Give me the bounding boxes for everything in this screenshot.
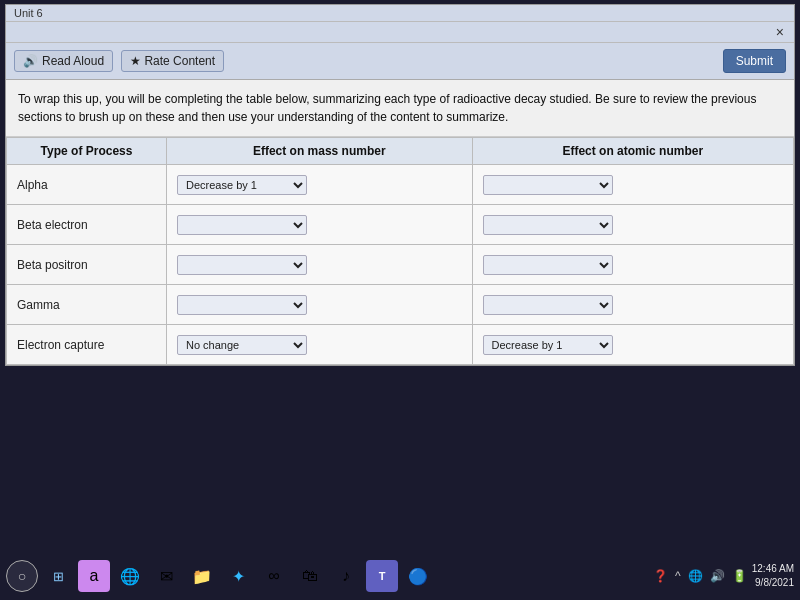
window-title: Unit 6: [14, 7, 43, 19]
system-tray: ❓ ^ 🌐 🔊 🔋 12:46 AM 9/8/2021: [651, 562, 794, 590]
process-cell: Electron capture: [7, 325, 167, 365]
process-cell: Beta electron: [7, 205, 167, 245]
taskview-icon[interactable]: ⊞: [42, 560, 74, 592]
mass-cell[interactable]: No changeDecrease by 1Decrease by 2Decre…: [167, 245, 473, 285]
table-row: GammaNo changeDecrease by 1Decrease by 2…: [7, 285, 794, 325]
instructions-text: To wrap this up, you will be completing …: [6, 80, 794, 137]
browser-icon[interactable]: a: [78, 560, 110, 592]
network-icon: 🌐: [686, 569, 705, 583]
table-row: Beta positronNo changeDecrease by 1Decre…: [7, 245, 794, 285]
col2-header: Effect on mass number: [167, 138, 473, 165]
atomic-cell[interactable]: No changeDecrease by 1Decrease by 2Decre…: [472, 205, 793, 245]
search-taskbar-icon[interactable]: ○: [6, 560, 38, 592]
atomic-dropdown[interactable]: No changeDecrease by 1Decrease by 2Decre…: [483, 255, 613, 275]
edge-icon[interactable]: 🌐: [114, 560, 146, 592]
title-bar: Unit 6: [6, 5, 794, 22]
teams-icon[interactable]: T: [366, 560, 398, 592]
speaker-icon: 🔊: [23, 54, 38, 68]
mass-cell[interactable]: No changeDecrease by 1Decrease by 2Decre…: [167, 165, 473, 205]
table-row: AlphaNo changeDecrease by 1Decrease by 2…: [7, 165, 794, 205]
mass-dropdown[interactable]: No changeDecrease by 1Decrease by 2Decre…: [177, 295, 307, 315]
toolbar-left: 🔊 Read Aloud ★ Rate Content: [14, 50, 224, 72]
folder-icon[interactable]: 📁: [186, 560, 218, 592]
close-button[interactable]: ×: [772, 24, 788, 40]
taskbar: ○ ⊞ a 🌐 ✉ 📁 ✦ ∞ 🛍 ♪ T 🔵 ❓ ^ 🌐 🔊 🔋 12:46 …: [0, 552, 800, 600]
mass-dropdown[interactable]: No changeDecrease by 1Decrease by 2Decre…: [177, 215, 307, 235]
store-icon[interactable]: 🛍: [294, 560, 326, 592]
atomic-cell[interactable]: No changeDecrease by 1Decrease by 2Decre…: [472, 165, 793, 205]
music-icon[interactable]: ♪: [330, 560, 362, 592]
table-row: Electron captureNo changeDecrease by 1De…: [7, 325, 794, 365]
table-row: Beta electronNo changeDecrease by 1Decre…: [7, 205, 794, 245]
dropbox-icon[interactable]: ✦: [222, 560, 254, 592]
chrome-icon[interactable]: 🔵: [402, 560, 434, 592]
main-window: Unit 6 × 🔊 Read Aloud ★ Rate Content Sub…: [5, 4, 795, 366]
process-cell: Gamma: [7, 285, 167, 325]
atomic-dropdown[interactable]: No changeDecrease by 1Decrease by 2Decre…: [483, 335, 613, 355]
col1-header: Type of Process: [7, 138, 167, 165]
col3-header: Effect on atomic number: [472, 138, 793, 165]
mass-dropdown[interactable]: No changeDecrease by 1Decrease by 2Decre…: [177, 175, 307, 195]
mass-dropdown[interactable]: No changeDecrease by 1Decrease by 2Decre…: [177, 255, 307, 275]
atomic-cell[interactable]: No changeDecrease by 1Decrease by 2Decre…: [472, 245, 793, 285]
rate-content-button[interactable]: ★ Rate Content: [121, 50, 224, 72]
toolbar: 🔊 Read Aloud ★ Rate Content Submit: [6, 43, 794, 80]
mass-cell[interactable]: No changeDecrease by 1Decrease by 2Decre…: [167, 205, 473, 245]
decay-table: Type of Process Effect on mass number Ef…: [6, 137, 794, 365]
mail-icon[interactable]: ✉: [150, 560, 182, 592]
atomic-dropdown[interactable]: No changeDecrease by 1Decrease by 2Decre…: [483, 175, 613, 195]
mass-cell[interactable]: No changeDecrease by 1Decrease by 2Decre…: [167, 325, 473, 365]
help-icon: ❓: [651, 569, 670, 583]
process-cell: Alpha: [7, 165, 167, 205]
submit-button[interactable]: Submit: [723, 49, 786, 73]
atomic-cell[interactable]: No changeDecrease by 1Decrease by 2Decre…: [472, 285, 793, 325]
atomic-dropdown[interactable]: No changeDecrease by 1Decrease by 2Decre…: [483, 295, 613, 315]
chevron-icon: ^: [673, 569, 683, 583]
mass-cell[interactable]: No changeDecrease by 1Decrease by 2Decre…: [167, 285, 473, 325]
atomic-cell[interactable]: No changeDecrease by 1Decrease by 2Decre…: [472, 325, 793, 365]
clock: 12:46 AM 9/8/2021: [752, 562, 794, 590]
read-aloud-button[interactable]: 🔊 Read Aloud: [14, 50, 113, 72]
infinity-icon[interactable]: ∞: [258, 560, 290, 592]
battery-icon: 🔋: [730, 569, 749, 583]
speaker-sys-icon: 🔊: [708, 569, 727, 583]
process-cell: Beta positron: [7, 245, 167, 285]
atomic-dropdown[interactable]: No changeDecrease by 1Decrease by 2Decre…: [483, 215, 613, 235]
mass-dropdown[interactable]: No changeDecrease by 1Decrease by 2Decre…: [177, 335, 307, 355]
